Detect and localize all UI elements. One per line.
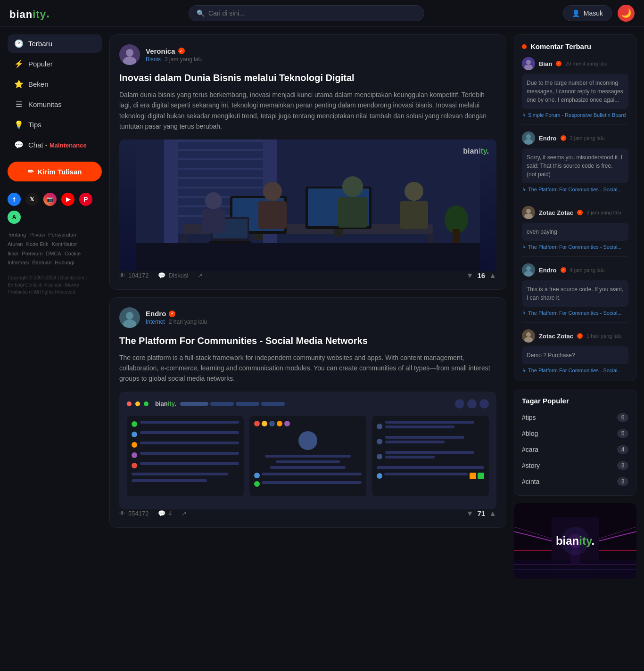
footer-link-cookie[interactable]: Cookie bbox=[65, 251, 81, 256]
youtube-icon[interactable]: ▶ bbox=[61, 193, 74, 206]
svg-point-47 bbox=[524, 139, 533, 145]
svg-rect-10 bbox=[173, 187, 268, 188]
facebook-icon[interactable]: f bbox=[8, 193, 21, 206]
share-stat-2[interactable]: ↗ bbox=[182, 510, 187, 517]
comment-item-3: Zotac Zotac ✓ 3 jam yang lalu even payin… bbox=[522, 206, 628, 257]
sidebar-item-beken[interactable]: ⭐ Beken bbox=[8, 75, 102, 93]
user-avatar[interactable]: 🌙 bbox=[618, 5, 635, 22]
circle-green bbox=[132, 421, 137, 427]
footer-link-kodeetik[interactable]: Kode Etik bbox=[26, 241, 48, 247]
reply-icon-2: ↳ bbox=[522, 186, 526, 192]
footer-link-informasi[interactable]: Informasi bbox=[8, 260, 29, 265]
svg-rect-38 bbox=[136, 243, 480, 271]
p3-line-3 bbox=[385, 436, 464, 439]
svg-point-40 bbox=[126, 312, 133, 319]
post-title-2[interactable]: The Platform For Communities - Social Me… bbox=[119, 335, 496, 347]
sidebar-item-terbaru[interactable]: 🕐 Terbaru bbox=[8, 34, 102, 53]
comment-author-4: Endro bbox=[539, 267, 557, 274]
p3-lines bbox=[385, 421, 484, 432]
comment-source-3[interactable]: ↳ The Platform For Communities - Social.… bbox=[522, 244, 628, 250]
share-stat-1[interactable]: ↗ bbox=[198, 272, 203, 279]
comment-header-4: Endro ✓ 4 jam yang lalu bbox=[522, 263, 628, 277]
comment-stat-1[interactable]: 💬 Diskusi bbox=[158, 272, 188, 279]
svg-rect-35 bbox=[400, 201, 428, 229]
avatar-icon: 🌙 bbox=[621, 8, 631, 18]
svg-point-52 bbox=[526, 266, 531, 271]
mockup-panel-1 bbox=[127, 416, 244, 496]
p3-row-3 bbox=[377, 451, 484, 462]
footer-link-kontributor[interactable]: Kontributor bbox=[52, 241, 77, 247]
p3-footer-dot bbox=[377, 473, 382, 479]
footer-link-tentang[interactable]: Tentang bbox=[8, 232, 26, 237]
svg-point-34 bbox=[405, 182, 423, 201]
tag-item-tips[interactable]: #tips 6 bbox=[522, 411, 628, 424]
p3-footer-dots bbox=[470, 473, 484, 479]
social-links: f 𝕏 📷 ▶ P A bbox=[8, 193, 102, 224]
vote-down-button-2[interactable]: ▼ bbox=[466, 509, 474, 518]
comment-source-4[interactable]: ↳ The Platform For Communities - Social.… bbox=[522, 310, 628, 316]
sidebar-item-komunitas[interactable]: ☰ Komunitas bbox=[8, 95, 102, 114]
comment-avatar-4 bbox=[522, 263, 535, 277]
instagram-icon[interactable]: 📷 bbox=[43, 193, 57, 206]
search-icon: 🔍 bbox=[197, 9, 205, 17]
post-title-1[interactable]: Inovasi dalam Dunia Bisnis melalui Tekno… bbox=[119, 72, 496, 84]
vote-down-button-1[interactable]: ▼ bbox=[466, 271, 474, 280]
post-category-2[interactable]: Internet bbox=[146, 319, 165, 325]
comment-author-5: Zotac Zotac bbox=[539, 333, 573, 340]
tag-item-cara[interactable]: #cara 4 bbox=[522, 443, 628, 456]
masuk-button[interactable]: 👤 Masuk bbox=[563, 5, 612, 21]
kirim-tulisan-button[interactable]: ✏ Kirim Tulisan bbox=[8, 162, 102, 181]
comment-text-3: even paying bbox=[522, 223, 628, 241]
bianity-watermark-1: bianity. bbox=[463, 147, 489, 155]
action-btn-2 bbox=[467, 399, 477, 409]
circle-orange bbox=[132, 442, 137, 448]
tag-count-cinta: 3 bbox=[617, 477, 628, 486]
p2-dot-orange bbox=[277, 421, 282, 426]
tag-item-cinta[interactable]: #cinta 3 bbox=[522, 475, 628, 488]
sidebar-item-populer[interactable]: ⚡ Populer bbox=[8, 55, 102, 73]
tag-item-blog[interactable]: #blog 5 bbox=[522, 427, 628, 440]
comment-time-3: 3 jam yang lalu bbox=[586, 210, 621, 215]
svg-rect-21 bbox=[254, 234, 263, 240]
reply-icon-4: ↳ bbox=[522, 310, 526, 316]
tag-item-story[interactable]: #story 3 bbox=[522, 459, 628, 472]
footer-link-persyaratan[interactable]: Persyaratan bbox=[48, 232, 76, 237]
mockup-panel-3 bbox=[372, 416, 489, 496]
android-icon[interactable]: A bbox=[8, 211, 21, 224]
twitter-icon[interactable]: 𝕏 bbox=[25, 193, 39, 206]
post-author-info-2: Endro ✓ Internet 2 hari yang lalu bbox=[146, 310, 207, 325]
sidebar-item-tips[interactable]: 💡 Tips bbox=[8, 115, 102, 134]
svg-point-55 bbox=[526, 332, 531, 337]
vote-up-button-2[interactable]: ▲ bbox=[489, 509, 496, 518]
banner-widget[interactable]: bianity. bbox=[514, 503, 636, 579]
share-icon-1: ↗ bbox=[198, 272, 203, 279]
mockup-logo: bianity. bbox=[155, 400, 176, 407]
footer-link-dmca[interactable]: DMCA bbox=[46, 251, 61, 256]
footer-link-hubungi[interactable]: Hubungi bbox=[55, 260, 74, 265]
svg-rect-7 bbox=[173, 158, 268, 160]
comment-source-2[interactable]: ↳ The Platform For Communities - Social.… bbox=[522, 186, 628, 192]
reply-icon-5: ↳ bbox=[522, 367, 526, 373]
logo[interactable]: bianity. bbox=[9, 6, 50, 21]
sidebar-label-beken: Beken bbox=[28, 80, 49, 88]
comment-source-1[interactable]: ↳ Simple Forum - Responsive Bulletin Boa… bbox=[522, 112, 628, 118]
comment-author-2: Endro bbox=[539, 135, 557, 142]
p2-dot-blue bbox=[269, 421, 275, 426]
sidebar-item-chat[interactable]: 💬 Chat - Maintenance bbox=[8, 136, 102, 154]
search-bar[interactable]: 🔍 bbox=[189, 5, 424, 21]
vote-count-2: 71 bbox=[477, 509, 485, 517]
footer-link-privasi[interactable]: Privasi bbox=[29, 232, 45, 237]
footer-link-premium[interactable]: Premium bbox=[22, 251, 42, 256]
pinterest-icon[interactable]: P bbox=[79, 193, 92, 206]
footer-link-aturan[interactable]: Aturan bbox=[8, 241, 23, 247]
comment-source-5[interactable]: ↳ The Platform For Communities - Social.… bbox=[522, 367, 628, 373]
vote-up-button-1[interactable]: ▲ bbox=[489, 271, 496, 280]
footer-link-iklan[interactable]: Iklan bbox=[8, 251, 18, 256]
post-author-name-2: Endro ✓ bbox=[146, 310, 207, 318]
comment-text-5: Demo ? Purchase? bbox=[522, 346, 628, 364]
comment-stat-2[interactable]: 💬 4 bbox=[158, 510, 172, 517]
line-5 bbox=[140, 462, 239, 465]
post-category-1[interactable]: Bisnis bbox=[146, 56, 161, 63]
footer-link-bantuan[interactable]: Bantuan bbox=[32, 260, 51, 265]
search-input[interactable] bbox=[208, 9, 416, 17]
